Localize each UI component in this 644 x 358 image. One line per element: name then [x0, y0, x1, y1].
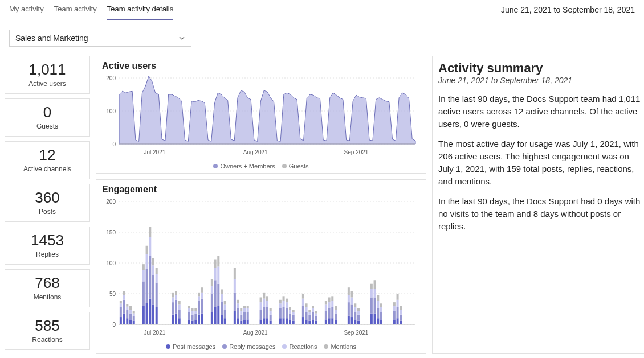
svg-rect-222: [370, 289, 373, 297]
svg-rect-203: [335, 306, 337, 310]
stat-card-guests[interactable]: 0 Guests: [5, 98, 90, 137]
svg-rect-165: [292, 315, 295, 321]
svg-rect-158: [286, 302, 288, 308]
svg-rect-192: [328, 318, 331, 324]
svg-rect-52: [152, 304, 154, 324]
svg-rect-49: [149, 256, 151, 299]
svg-rect-223: [370, 284, 373, 289]
svg-rect-217: [357, 315, 360, 321]
svg-rect-112: [234, 311, 236, 324]
tab-my-activity[interactable]: My activity: [9, 0, 44, 20]
engagement-chart[interactable]: 050100150200Jul 2021Aug 2021Sep 2021: [102, 198, 420, 342]
svg-rect-233: [380, 312, 382, 319]
summary-title: Activity summary: [438, 61, 644, 76]
svg-rect-69: [178, 310, 181, 318]
svg-rect-238: [393, 306, 396, 311]
svg-rect-64: [175, 314, 177, 324]
svg-rect-53: [152, 275, 154, 305]
svg-rect-191: [325, 301, 327, 304]
svg-rect-34: [129, 310, 132, 313]
svg-rect-152: [283, 318, 285, 324]
svg-rect-141: [266, 307, 268, 318]
svg-rect-74: [188, 308, 190, 312]
svg-rect-41: [142, 281, 145, 306]
stat-card-replies[interactable]: 1453 Replies: [5, 227, 90, 265]
tab-team-activity-details[interactable]: Team activity details: [107, 0, 173, 20]
svg-rect-98: [214, 268, 217, 281]
svg-rect-179: [308, 310, 311, 312]
team-select-dropdown[interactable]: Sales and Marketing: [9, 30, 191, 47]
svg-text:Aug 2021: Aug 2021: [243, 330, 268, 336]
svg-rect-136: [263, 318, 265, 324]
svg-rect-59: [156, 268, 158, 274]
svg-rect-147: [270, 308, 272, 311]
svg-rect-48: [149, 299, 151, 324]
svg-rect-82: [194, 311, 197, 313]
svg-rect-224: [374, 314, 376, 324]
svg-rect-38: [133, 314, 135, 316]
svg-rect-170: [302, 299, 304, 306]
svg-rect-70: [178, 304, 181, 310]
stat-label: Active users: [9, 80, 86, 88]
svg-rect-195: [328, 297, 331, 302]
svg-rect-137: [263, 307, 265, 318]
svg-rect-226: [374, 289, 376, 297]
svg-rect-75: [188, 306, 190, 308]
svg-rect-184: [315, 321, 317, 324]
active-users-chart[interactable]: 0100200Jul 2021Aug 2021Sep 2021: [102, 75, 420, 162]
svg-rect-65: [175, 300, 177, 314]
svg-rect-121: [240, 315, 242, 321]
svg-rect-156: [286, 318, 288, 324]
stat-card-active-channels[interactable]: 12 Active channels: [5, 141, 90, 179]
active-users-chart-card: Active users 0100200Jul 2021Aug 2021Sep …: [96, 56, 426, 174]
svg-rect-245: [400, 315, 402, 321]
svg-rect-24: [123, 314, 125, 324]
stat-value: 1,011: [9, 61, 86, 79]
svg-rect-230: [377, 301, 379, 308]
svg-rect-239: [393, 302, 396, 306]
svg-rect-28: [126, 318, 128, 324]
stat-card-active-users[interactable]: 1,011 Active users: [5, 56, 90, 94]
svg-rect-244: [400, 321, 402, 324]
svg-rect-117: [237, 308, 239, 318]
chart-legend: Owners + Members Guests: [102, 163, 420, 170]
stat-value: 1453: [9, 232, 86, 249]
svg-rect-142: [266, 301, 268, 307]
svg-rect-86: [198, 296, 200, 301]
stat-card-mentions[interactable]: 768 Mentions: [5, 269, 90, 307]
stat-card-reactions[interactable]: 585 Reactions: [5, 312, 90, 350]
summary-paragraph: In the last 90 days, the Docs Support te…: [438, 93, 644, 130]
svg-rect-148: [279, 318, 282, 324]
svg-rect-186: [315, 314, 317, 316]
svg-rect-128: [247, 319, 249, 324]
svg-rect-190: [325, 304, 327, 311]
svg-rect-110: [224, 304, 226, 310]
chart-title: Active users: [102, 61, 420, 71]
svg-rect-119: [237, 300, 239, 303]
stat-card-posts[interactable]: 360 Posts: [5, 184, 90, 222]
summary-body: In the last 90 days, the Docs Support te…: [438, 93, 644, 233]
svg-rect-185: [315, 316, 317, 321]
svg-rect-151: [279, 300, 282, 303]
svg-text:200: 200: [106, 199, 116, 205]
svg-rect-22: [120, 303, 122, 307]
svg-rect-43: [142, 264, 145, 270]
svg-rect-145: [270, 315, 272, 321]
summary-paragraph: The most active day for usage was July 1…: [438, 138, 644, 187]
svg-rect-180: [312, 319, 314, 324]
svg-rect-216: [357, 321, 360, 324]
svg-rect-54: [152, 265, 154, 275]
svg-rect-201: [335, 314, 337, 320]
svg-rect-193: [328, 308, 331, 318]
svg-rect-134: [260, 302, 262, 310]
svg-rect-218: [357, 311, 360, 314]
svg-rect-225: [374, 297, 376, 313]
svg-rect-21: [120, 307, 122, 317]
svg-rect-161: [289, 314, 291, 320]
svg-rect-63: [172, 293, 174, 298]
svg-rect-80: [194, 319, 197, 324]
tab-team-activity[interactable]: Team activity: [54, 0, 97, 20]
svg-rect-174: [305, 307, 308, 312]
svg-rect-235: [380, 303, 382, 307]
svg-rect-169: [302, 306, 304, 317]
